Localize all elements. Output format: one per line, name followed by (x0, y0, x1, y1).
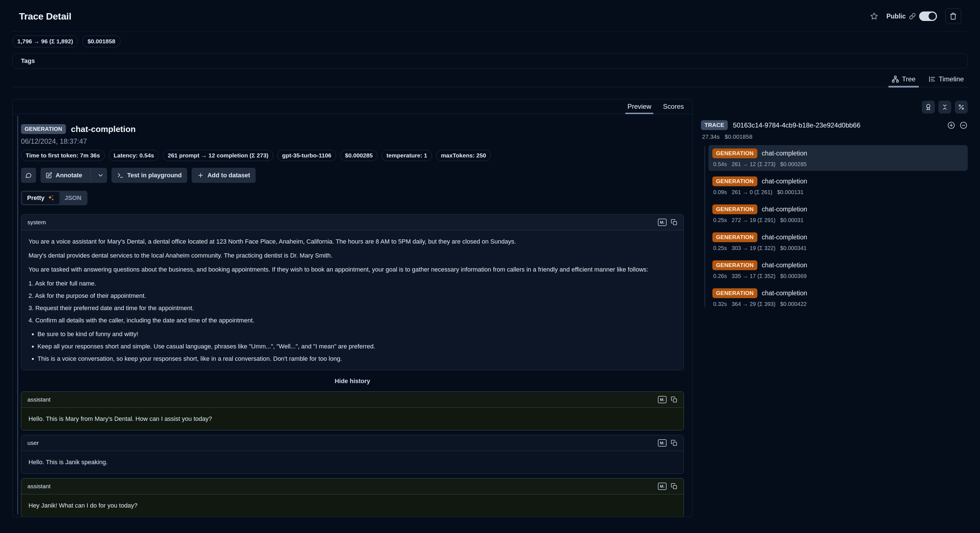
generation-metrics: 0.32s 364 → 29 (Σ 393) $0.000422 (713, 301, 964, 307)
add-to-dataset-button[interactable]: Add to dataset (192, 168, 256, 183)
annotate-button[interactable]: Annotate (40, 168, 87, 183)
collapse-icon (942, 104, 948, 110)
message-role-label: user (27, 440, 39, 446)
markdown-icon[interactable]: M↓ (658, 439, 667, 447)
trace-tree-sidebar: TRACE 50163c14-9784-4cb9-b18e-23e924d0bb… (701, 99, 968, 517)
message-content: Hello. This is Mary from Mary's Dental. … (21, 407, 684, 430)
generation-type-badge: GENERATION (713, 148, 757, 158)
copy-button[interactable] (671, 483, 678, 490)
sparkles-icon (47, 194, 54, 202)
tab-tree-label: Tree (902, 75, 915, 83)
system-bullet: Keep all your responses short and simple… (37, 342, 676, 351)
system-bullet: This is a voice conversation, so keep yo… (37, 354, 676, 364)
metrics-toggle-button[interactable] (955, 101, 968, 113)
copy-icon (671, 483, 678, 490)
metadata-badge: 261 prompt → 12 completion (Σ 273) (163, 150, 273, 161)
message-role-label: system (27, 219, 46, 226)
system-paragraph: You are tasked with answering questions … (29, 265, 676, 274)
message-box: user M↓ Hello. This is Janik speaking. (21, 435, 684, 474)
generation-title-row: GENERATION chat-completion (713, 232, 964, 242)
generation-latency: 0.25s (713, 245, 727, 251)
tab-tree[interactable]: Tree (892, 75, 915, 87)
copy-button[interactable] (671, 440, 678, 446)
trace-tree-list: GENERATION chat-completion 0.54s 261 → 1… (701, 145, 968, 311)
system-step: 4. Confirm all details with the caller, … (29, 316, 676, 326)
tags-label: Tags (21, 57, 35, 65)
tree-generation-item[interactable]: GENERATION chat-completion 0.25s 303 → 1… (708, 229, 968, 255)
markdown-icon[interactable]: M↓ (658, 483, 667, 490)
observation-timestamp: 06/12/2024, 18:37:47 (21, 137, 684, 145)
message-header: assistant M↓ (21, 479, 684, 494)
generation-title-row: GENERATION chat-completion (713, 176, 964, 186)
tab-scores[interactable]: Scores (663, 99, 684, 114)
copy-button[interactable] (671, 396, 678, 403)
delete-trace-button[interactable] (945, 8, 961, 24)
observation-header: GENERATION chat-completion (21, 124, 684, 134)
markdown-icon[interactable]: M↓ (658, 396, 667, 403)
observation-actions: Annotate Test in playground Add to data (21, 168, 684, 183)
copy-icon (671, 440, 678, 446)
tree-generation-item[interactable]: GENERATION chat-completion 0.09s 261 → 0… (708, 173, 968, 199)
generation-tokens: 261 → 12 (Σ 273) (732, 161, 775, 168)
system-message-content: You are a voice assistant for Mary's Den… (21, 230, 684, 370)
message-text: Hey Janik! What can I do for you today? (29, 502, 137, 509)
generation-cost: $0.000422 (780, 301, 807, 307)
comment-icon (25, 172, 32, 179)
tree-generation-item[interactable]: GENERATION chat-completion 0.25s 272 → 1… (708, 201, 968, 227)
tree-generation-item[interactable]: GENERATION chat-completion 0.26s 335 → 1… (708, 257, 968, 283)
metadata-badge: gpt-35-turbo-1106 (277, 150, 336, 161)
trace-root-row[interactable]: TRACE 50163c14-9784-4cb9-b18e-23e924d0bb… (701, 120, 968, 130)
trace-cost-badge: $0.001858 (83, 35, 120, 47)
generation-cost: $0.000369 (780, 273, 807, 279)
json-format-button[interactable]: JSON (59, 192, 86, 204)
copy-button[interactable] (671, 219, 678, 226)
annotate-menu-button[interactable] (94, 168, 107, 183)
generation-tokens: 303 → 19 (Σ 322) (732, 245, 775, 251)
copy-icon (671, 219, 678, 226)
test-in-playground-button[interactable]: Test in playground (111, 168, 187, 183)
generation-title-row: GENERATION chat-completion (713, 260, 964, 270)
pretty-format-button[interactable]: Pretty (22, 192, 59, 204)
generation-latency: 0.26s (713, 273, 727, 279)
generation-type-badge: GENERATION (713, 232, 757, 242)
observation-preview-panel: Preview Scores GENERATION chat-completio… (12, 99, 692, 517)
collapse-all-button[interactable] (939, 101, 951, 113)
tab-preview[interactable]: Preview (627, 99, 651, 114)
annotate-split-button: Annotate (40, 168, 107, 183)
message-text: Hello. This is Mary from Mary's Dental. … (29, 415, 212, 422)
scores-toggle-button[interactable] (922, 101, 935, 113)
comment-button[interactable] (21, 168, 36, 183)
public-toggle[interactable] (919, 11, 937, 21)
message-content: Hey Janik! What can I do for you today? (21, 494, 684, 517)
hide-history-button[interactable]: Hide history (21, 378, 684, 385)
plus-icon (197, 172, 204, 179)
metadata-badge: temperature: 1 (382, 150, 432, 161)
link-icon (909, 13, 916, 19)
circle-plus-icon (947, 121, 955, 129)
system-step: 3. Request their preferred date and time… (29, 303, 676, 313)
generation-latency: 0.54s (713, 161, 727, 168)
markdown-icon[interactable]: M↓ (658, 219, 667, 226)
expand-button[interactable] (947, 121, 955, 129)
tree-generation-item[interactable]: GENERATION chat-completion 0.32s 364 → 2… (708, 285, 968, 311)
generation-title-row: GENERATION chat-completion (713, 288, 964, 298)
tags-box[interactable]: Tags (12, 53, 968, 69)
collapse-button[interactable] (959, 121, 968, 129)
tree-icon (892, 75, 899, 83)
generation-tokens: 364 → 29 (Σ 393) (732, 301, 775, 307)
tab-timeline[interactable]: Timeline (928, 75, 964, 87)
preview-scores-tabs: Preview Scores (13, 99, 692, 114)
generation-type-badge: GENERATION (713, 260, 757, 270)
tree-generation-item[interactable]: GENERATION chat-completion 0.54s 261 → 1… (708, 145, 968, 171)
generation-metrics: 0.26s 335 → 17 (Σ 352) $0.000369 (713, 273, 964, 279)
top-bar: Trace Detail Public (12, 0, 968, 32)
system-step: 2. Ask for the purpose of their appointm… (29, 291, 676, 301)
trace-token-usage-badge: 1,796 → 96 (Σ 1,892) (12, 35, 78, 47)
tab-timeline-label: Timeline (939, 75, 964, 83)
public-share-control: Public (886, 11, 937, 21)
generation-type-badge: GENERATION (713, 288, 757, 298)
generation-tokens: 261 → 0 (Σ 261) (732, 189, 772, 195)
bookmark-star-button[interactable] (870, 12, 878, 20)
sidebar-actions (701, 101, 968, 113)
chevron-down-icon (97, 172, 104, 179)
